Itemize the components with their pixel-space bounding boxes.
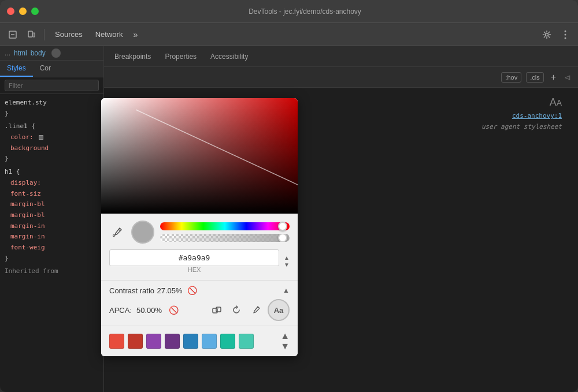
apca-row: APCA: 50.00% 🚫 <box>109 299 290 321</box>
toolbar-divider <box>44 29 45 40</box>
copy-link-button[interactable] <box>209 302 225 318</box>
color-controls: HEX ▲ ▼ <box>101 214 298 280</box>
device-icon <box>27 30 36 39</box>
toolbar-right <box>539 27 573 43</box>
color-gradient[interactable] <box>101 98 298 214</box>
refresh-rule-icon: ⊲ <box>564 73 571 82</box>
apca-actions: Aa <box>209 299 290 321</box>
gradient-svg <box>101 98 298 214</box>
cursor-icon-btn[interactable] <box>5 27 21 43</box>
contrast-label: Contrast ratio <box>109 286 154 295</box>
svg-point-11 <box>113 235 115 237</box>
maximize-button[interactable] <box>31 8 39 15</box>
devtools-window: DevTools - jec.fyi/demo/cds-anchovy Sour… <box>0 0 578 392</box>
hex-input-wrapper <box>109 249 279 266</box>
tab-styles[interactable]: Styles <box>0 61 33 77</box>
hex-input[interactable] <box>110 250 279 266</box>
tab-network[interactable]: Network <box>90 28 129 41</box>
svg-rect-9 <box>101 98 298 214</box>
swatches-stepper[interactable]: ▲ ▼ <box>280 331 290 352</box>
swatch-4[interactable] <box>183 334 198 349</box>
css-rule-line1: .line1 { color: background } <box>0 120 103 166</box>
tab-breakpoints[interactable]: Breakpoints <box>109 50 157 63</box>
right-content-toolbar: :hov .cls + ⊲ <box>104 67 578 88</box>
right-tabs-toolbar: Breakpoints Properties Accessibility <box>104 46 578 67</box>
swatch-6[interactable] <box>220 334 235 349</box>
element-indicator <box>51 48 61 58</box>
tab-more[interactable]: » <box>129 28 141 42</box>
gear-icon <box>542 30 551 39</box>
svg-rect-2 <box>28 31 32 37</box>
apca-warning-icon: 🚫 <box>169 305 179 315</box>
alpha-slider[interactable] <box>160 234 290 242</box>
devtools-toolbar: Sources Network » <box>0 23 578 46</box>
svg-point-6 <box>565 33 566 35</box>
breadcrumb-ellipsis: ... <box>5 49 10 57</box>
eyedropper2-icon <box>251 305 261 315</box>
filter-bar <box>0 77 103 94</box>
alpha-thumb <box>278 234 287 242</box>
refresh-button[interactable] <box>228 302 244 318</box>
window-title: DevTools - jec.fyi/demo/cds-anchovy <box>39 8 571 16</box>
contrast-chevron[interactable]: ▲ <box>283 286 290 294</box>
swatch-1[interactable] <box>128 334 143 349</box>
contrast-section: Contrast ratio 27.05% 🚫 ▲ APCA: 50.00% 🚫 <box>101 280 298 326</box>
tab-properties[interactable]: Properties <box>159 50 202 63</box>
tab-computed[interactable]: Cor <box>33 61 58 77</box>
css-rule-element: element.sty } <box>0 96 103 120</box>
apca-value: 50.00% <box>136 306 162 315</box>
left-panel: ... html body Styles Cor <box>0 46 104 392</box>
swatch-7[interactable] <box>239 334 254 349</box>
breadcrumb-body[interactable]: body <box>31 49 46 57</box>
hue-slider[interactable] <box>160 222 290 230</box>
hex-input-block: HEX <box>109 249 279 273</box>
breadcrumb-bar: ... html body <box>0 46 103 61</box>
hov-button[interactable]: :hov <box>501 72 521 83</box>
svg-rect-13 <box>216 307 221 312</box>
cls-button[interactable]: .cls <box>526 72 544 83</box>
svg-point-7 <box>565 37 566 39</box>
eyedropper-button[interactable] <box>109 224 125 240</box>
hue-thumb <box>278 222 287 231</box>
svg-point-4 <box>546 33 549 36</box>
contrast-row: Contrast ratio 27.05% 🚫 ▲ <box>109 285 290 296</box>
devtools-main: ... html body Styles Cor <box>0 46 578 392</box>
svg-rect-3 <box>33 33 35 37</box>
alpha-gradient <box>160 234 290 242</box>
swatch-3[interactable] <box>165 334 180 349</box>
add-rule-button[interactable]: + <box>549 71 558 84</box>
link-icon <box>212 305 222 315</box>
css-content: element.sty } .line1 { color: <box>0 94 103 392</box>
css-selector-element: element.sty <box>5 98 99 109</box>
refresh-icon <box>232 305 241 315</box>
menu-button[interactable] <box>557 27 573 43</box>
device-icon-btn[interactable] <box>23 27 39 43</box>
filter-input[interactable] <box>5 80 99 91</box>
hex-label: HEX <box>109 266 279 273</box>
aa-badge[interactable]: Aa <box>268 299 290 321</box>
color-picker-popup: HEX ▲ ▼ Contrast ratio 27.05% <box>101 98 298 356</box>
minimize-button[interactable] <box>19 8 27 15</box>
eyedropper-icon <box>112 227 123 237</box>
swatch-0[interactable] <box>109 334 124 349</box>
eyedropper2-button[interactable] <box>248 302 264 318</box>
tab-sources[interactable]: Sources <box>49 28 88 41</box>
breadcrumb-html[interactable]: html <box>14 49 27 57</box>
more-icon <box>564 30 566 39</box>
hex-row: HEX ▲ ▼ <box>109 249 290 273</box>
settings-button[interactable] <box>539 27 555 43</box>
inherited-from-text: Inherited from <box>0 265 103 277</box>
tab-accessibility[interactable]: Accessibility <box>205 50 254 63</box>
close-button[interactable] <box>7 8 14 15</box>
sliders-area <box>160 222 290 242</box>
apca-label: APCA: <box>109 306 132 315</box>
hex-stepper[interactable]: ▲ ▼ <box>284 255 290 268</box>
swatch-5[interactable] <box>202 334 217 349</box>
tab-nav: Sources Network » <box>49 28 536 42</box>
titlebar: DevTools - jec.fyi/demo/cds-anchovy <box>0 0 578 23</box>
cursor-icon <box>8 30 17 39</box>
swatches-section: ▲ ▼ <box>101 326 298 356</box>
swatch-2[interactable] <box>146 334 161 349</box>
source-link-anchor[interactable]: cds-anchovy:1 <box>512 112 562 120</box>
color-preview <box>131 221 154 244</box>
